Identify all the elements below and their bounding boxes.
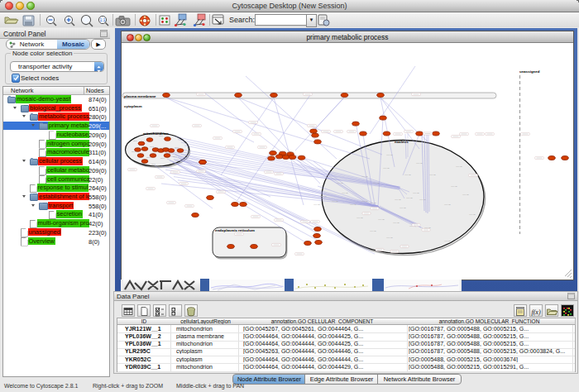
svg-text:Xxx-xB: Xxx-xB <box>400 207 406 209</box>
svg-text:endoplasmic reticulum: endoplasmic reticulum <box>215 228 255 232</box>
svg-text:Xxx-xB: Xxx-xB <box>444 240 451 242</box>
svg-text:Xx-x: Xx-x <box>133 140 138 142</box>
svg-text:Xxx-xB: Xxx-xB <box>406 197 413 199</box>
svg-text:Xxx-xB: Xxx-xB <box>320 195 327 198</box>
svg-text:Xxx-xB: Xxx-xB <box>313 203 320 206</box>
svg-text:Xxx-xB: Xxx-xB <box>378 218 385 221</box>
svg-text:Xxx-xB: Xxx-xB <box>342 192 348 194</box>
svg-text:cytoplasm: cytoplasm <box>124 104 142 108</box>
svg-text:Xxx-xB: Xxx-xB <box>370 230 376 232</box>
svg-text:Xxx-xB: Xxx-xB <box>469 213 476 216</box>
svg-text:Xx-x: Xx-x <box>132 151 136 153</box>
svg-text:Xxx-xB: Xxx-xB <box>462 194 469 196</box>
svg-text:Xx-x: Xx-x <box>151 163 156 165</box>
svg-text:mitochondrion: mitochondrion <box>143 131 169 136</box>
svg-text:Xxx-xB: Xxx-xB <box>350 203 356 206</box>
svg-text:Xxx-xB: Xxx-xB <box>404 174 411 176</box>
svg-text:Xxx-xB: Xxx-xB <box>419 198 426 201</box>
svg-text:1:1: 1:1 <box>100 17 106 22</box>
svg-text:Xxx-xB: Xxx-xB <box>416 162 423 165</box>
svg-text:Xx-x: Xx-x <box>163 146 168 149</box>
svg-text:Xxx-xB: Xxx-xB <box>393 222 400 224</box>
svg-text:Xxx-xB: Xxx-xB <box>383 167 390 170</box>
svg-text:Xxx-xB: Xxx-xB <box>332 200 338 203</box>
svg-text:Xxx-xB: Xxx-xB <box>456 165 462 168</box>
svg-text:Xxx-xB: Xxx-xB <box>370 202 376 204</box>
svg-text:Xxx-xB: Xxx-xB <box>451 185 457 188</box>
svg-text:Xx-x: Xx-x <box>160 157 165 160</box>
svg-text:Xxx-xB: Xxx-xB <box>356 217 363 219</box>
svg-text:Xxx-xB: Xxx-xB <box>386 237 393 239</box>
svg-text:Xx-x: Xx-x <box>175 146 179 149</box>
svg-text:Xxx-xB: Xxx-xB <box>361 175 368 178</box>
svg-text:Xx-x: Xx-x <box>173 155 178 158</box>
svg-text:Xx-x: Xx-x <box>159 135 164 137</box>
svg-text:nucleus: nucleus <box>395 140 409 144</box>
svg-text:Xxx-xB: Xxx-xB <box>361 200 368 203</box>
svg-text:Xxx-xB: Xxx-xB <box>429 174 436 176</box>
svg-text:Xx-x: Xx-x <box>146 156 151 159</box>
svg-text:plasma membrane: plasma membrane <box>124 94 156 98</box>
svg-text:Xxx-xB: Xxx-xB <box>395 198 401 201</box>
svg-text:Xx-x: Xx-x <box>150 146 155 148</box>
svg-text:Xxx-xB: Xxx-xB <box>337 182 343 184</box>
svg-text:f(x): f(x) <box>531 308 540 316</box>
svg-text:Xxx-xB: Xxx-xB <box>444 203 451 206</box>
svg-text:unassigned: unassigned <box>519 69 540 74</box>
svg-text:Xxx-xB: Xxx-xB <box>413 192 419 194</box>
svg-text:Xxx-xB: Xxx-xB <box>386 154 393 156</box>
svg-text:Xxx-xB: Xxx-xB <box>373 182 380 184</box>
